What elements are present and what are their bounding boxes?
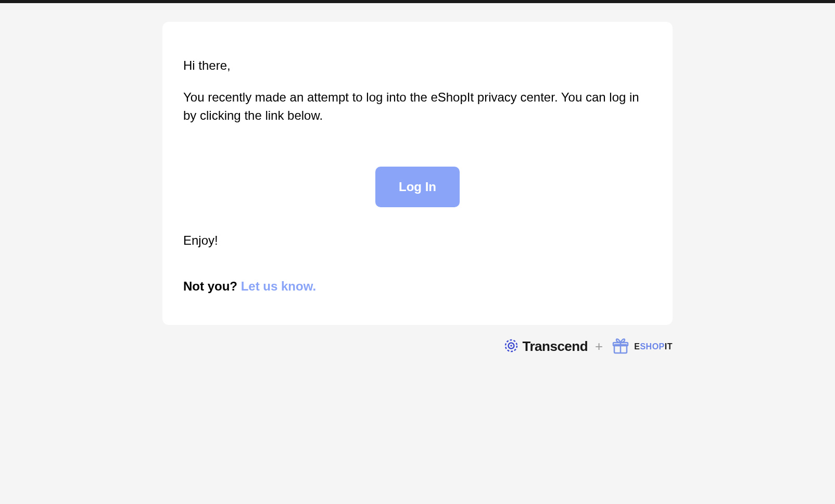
gift-icon [610,335,631,358]
email-container: Hi there, You recently made an attempt t… [162,22,673,369]
plus-separator: + [595,338,603,355]
svg-point-2 [510,345,512,347]
not-you-line: Not you? Let us know. [183,279,652,294]
eshopit-text-stack: ESHOPIT [634,342,673,351]
eshopit-brand-text: ESHOPIT [634,342,673,351]
body-text: You recently made an attempt to log into… [183,89,652,125]
transcend-logo: Transcend [504,338,588,355]
eshopit-logo: ESHOPIT [610,335,673,358]
signoff-text: Enjoy! [183,233,652,248]
footer: Transcend + ESHOPIT [162,325,673,369]
not-you-prefix: Not you? [183,279,241,293]
email-card: Hi there, You recently made an attempt t… [162,22,673,325]
greeting-text: Hi there, [183,58,652,73]
transcend-icon [504,338,518,355]
not-you-link[interactable]: Let us know. [241,279,316,293]
cta-wrap: Log In [183,167,652,207]
transcend-brand-text: Transcend [523,338,588,355]
window-top-bar [0,0,835,3]
login-button[interactable]: Log In [375,167,460,207]
